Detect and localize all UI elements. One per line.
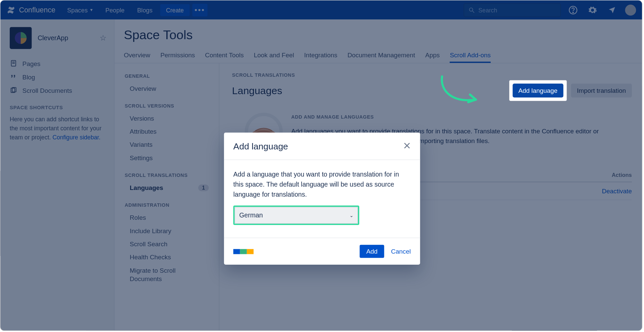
help-icon[interactable]: [566, 3, 580, 17]
nav-spaces-label: Spaces: [67, 7, 88, 13]
space-name[interactable]: CleverApp: [38, 34, 94, 42]
info-heading: ADD AND MANAGE LANGUAGES: [291, 114, 612, 119]
sidebar-pages-label: Pages: [22, 60, 41, 67]
notifications-icon[interactable]: [605, 3, 619, 17]
create-button[interactable]: Create: [160, 4, 190, 16]
col-actions-header: Actions: [585, 172, 632, 178]
close-icon: [403, 142, 411, 149]
add-language-highlight: Add language: [509, 80, 567, 101]
tab-content-tools[interactable]: Content Tools: [205, 48, 244, 63]
svg-point-3: [573, 12, 573, 12]
settings-versions[interactable]: Versions: [114, 112, 219, 125]
svg-line-1: [473, 11, 474, 12]
tab-look-and-feel[interactable]: Look and Feel: [254, 48, 294, 63]
space-header: CleverApp ☆: [0, 27, 114, 57]
settings-languages[interactable]: Languages 1: [114, 181, 219, 194]
sidebar-shortcuts-note: Here you can add shortcut links to the m…: [0, 113, 114, 142]
settings-variants[interactable]: Variants: [114, 138, 219, 151]
language-selected-value: German: [239, 210, 263, 220]
page-icon: [10, 60, 17, 67]
search-placeholder: Search: [478, 7, 497, 13]
nav-spaces[interactable]: Spaces ▾: [62, 4, 98, 16]
nav-people-label: People: [105, 7, 124, 13]
page-title: Space Tools: [114, 28, 642, 48]
documents-icon: [10, 86, 17, 94]
tab-permissions[interactable]: Permissions: [160, 48, 195, 63]
quote-icon: [10, 73, 17, 81]
brand-label: Confluence: [19, 6, 55, 14]
import-translation-button[interactable]: Import translation: [571, 83, 632, 97]
vendor-logo: [233, 249, 254, 254]
space-logo-icon: [14, 31, 28, 45]
language-select-highlight: German ⌄: [233, 206, 359, 225]
tab-document-management[interactable]: Document Management: [347, 48, 415, 63]
settings-overview[interactable]: Overview: [114, 82, 219, 95]
modal-title: Add language: [233, 141, 404, 151]
sidebar-scroll-docs-label: Scroll Documents: [22, 87, 72, 94]
settings-health-checks[interactable]: Health Checks: [114, 250, 219, 263]
settings-sidebar: GENERAL Overview SCROLL VERSIONS Version…: [114, 63, 219, 331]
add-language-button[interactable]: Add language: [513, 83, 564, 97]
settings-gear-icon[interactable]: [585, 3, 600, 17]
sidebar: CleverApp ☆ Pages Blog Scroll Documents …: [0, 19, 114, 331]
sidebar-item-blog[interactable]: Blog: [0, 70, 114, 83]
search-input[interactable]: Search: [464, 3, 561, 16]
group-general-head: GENERAL: [114, 73, 219, 82]
language-select[interactable]: German ⌄: [234, 207, 358, 223]
modal-add-button[interactable]: Add: [360, 245, 384, 258]
languages-count-badge: 1: [198, 184, 209, 191]
nav-blogs-label: Blogs: [137, 7, 153, 13]
nav-people[interactable]: People: [100, 4, 129, 16]
settings-include-library[interactable]: Include Library: [114, 224, 219, 237]
deactivate-link[interactable]: Deactivate: [602, 187, 632, 194]
add-language-modal: Add language Add a language that you wan…: [224, 133, 420, 265]
tab-scroll-addons[interactable]: Scroll Add-ons: [450, 48, 491, 63]
more-menu-button[interactable]: •••: [192, 4, 207, 16]
settings-migrate[interactable]: Migrate to Scroll Documents: [114, 263, 219, 286]
modal-close-button[interactable]: [403, 141, 411, 152]
sidebar-item-pages[interactable]: Pages: [0, 57, 114, 70]
create-label: Create: [166, 7, 184, 13]
sidebar-blog-label: Blog: [22, 73, 35, 80]
search-icon: [468, 7, 475, 13]
nav-blogs[interactable]: Blogs: [132, 4, 158, 16]
top-nav: Confluence Spaces ▾ People Blogs Create …: [0, 0, 642, 19]
settings-scroll-search[interactable]: Scroll Search: [114, 237, 219, 250]
tab-apps[interactable]: Apps: [425, 48, 440, 63]
group-translations-head: SCROLL TRANSLATIONS: [114, 172, 219, 181]
tabs: Overview Permissions Content Tools Look …: [114, 48, 642, 63]
space-logo[interactable]: [10, 27, 32, 49]
user-avatar[interactable]: [625, 4, 636, 15]
chevron-down-icon: ▾: [90, 7, 93, 12]
modal-cancel-button[interactable]: Cancel: [391, 248, 411, 255]
brand[interactable]: Confluence: [6, 5, 55, 15]
group-versions-head: SCROLL VERSIONS: [114, 103, 219, 112]
configure-sidebar-link[interactable]: Configure sidebar.: [52, 134, 100, 141]
confluence-icon: [6, 5, 16, 15]
sidebar-shortcuts-heading: SPACE SHORTCUTS: [0, 97, 114, 113]
settings-attributes[interactable]: Attributes: [114, 125, 219, 138]
tab-integrations[interactable]: Integrations: [304, 48, 337, 63]
content-crumb: SCROLL TRANSLATIONS: [232, 73, 632, 78]
group-admin-head: ADMINISTRATION: [114, 202, 219, 211]
modal-body-text: Add a language that you want to provide …: [233, 169, 411, 200]
chevron-down-icon: ⌄: [350, 212, 353, 219]
settings-roles[interactable]: Roles: [114, 211, 219, 224]
settings-languages-label: Languages: [130, 184, 163, 191]
star-icon[interactable]: ☆: [100, 34, 106, 43]
svg-point-0: [469, 8, 473, 11]
annotation-arrow: [436, 74, 482, 112]
settings-settings[interactable]: Settings: [114, 151, 219, 164]
tab-overview[interactable]: Overview: [124, 48, 150, 63]
sidebar-item-scroll-documents[interactable]: Scroll Documents: [0, 83, 114, 97]
